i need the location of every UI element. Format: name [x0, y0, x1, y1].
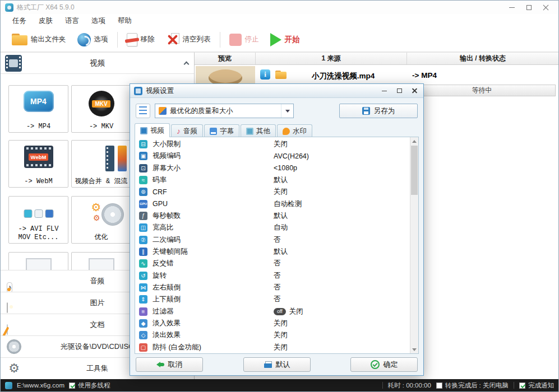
tab-video[interactable]: 视频 [135, 123, 170, 137]
setting-row-screen-size[interactable]: ⊡ 屏幕大小 <1080p [135, 162, 409, 174]
setting-row-fps[interactable]: ƒ 每秒帧数 默认 [135, 210, 409, 222]
conversion-status: 等待中 [408, 85, 556, 96]
setting-row-video-encode[interactable]: ▣ 视频编码 AVC(H264) [135, 150, 409, 162]
setting-row-fade-out[interactable]: ◇ 淡出效果 关闭 [135, 329, 409, 341]
menu-item-4[interactable]: 帮助 [112, 14, 138, 27]
setting-row-filter[interactable]: ≡ 过滤器 off关闭 [135, 306, 409, 318]
scroll-down-icon[interactable] [410, 346, 418, 353]
window-title: 格式工厂 X64 5.9.0 [17, 3, 75, 12]
stabilize-icon: ▢ [139, 343, 147, 352]
setting-row-rotate[interactable]: ↺ 旋转 否 [135, 270, 409, 282]
default-button[interactable]: 默认 [243, 357, 311, 372]
setting-row-size-limit[interactable]: ⊟ 大小限制 关闭 [135, 138, 409, 150]
dialog-titlebar[interactable]: 视频设置 [130, 84, 423, 98]
statusbar-right: 耗时 : 00:00:00 转换完成后 : 关闭电脑 完成通知 [382, 381, 554, 390]
profile-value: 最优化的质量和大小 [170, 106, 233, 116]
format-card-optimize[interactable]: ⚙⚙ 优化 [71, 196, 131, 244]
shutdown-checkbox[interactable] [436, 382, 442, 389]
column-header-output[interactable]: 输出 / 转换状态 [407, 53, 558, 64]
column-header-source[interactable]: 1 来源 [256, 53, 407, 64]
dialog-video-icon [134, 87, 142, 95]
options-button[interactable]: 选项 [72, 31, 114, 49]
dialog-minimize-button[interactable] [379, 86, 389, 95]
output-format: -> MP4 [412, 71, 437, 80]
elapsed-time: 耗时 : 00:00:00 [388, 381, 431, 390]
titlebar[interactable]: 格式工厂 X64 5.9.0 [1, 1, 558, 14]
clear-list-button[interactable]: 清空列表 [160, 31, 216, 49]
tab-subtitle[interactable]: 字幕 [204, 124, 239, 137]
setting-row-keyframe-interval[interactable]: ∥ 关键帧间隔 默认 [135, 246, 409, 258]
notify-checkbox[interactable] [519, 382, 525, 389]
mkv-badge: MKV [92, 100, 110, 108]
clear-list-label: 清空列表 [183, 35, 211, 44]
format-card-merge[interactable]: 视频合并 & 混流 [71, 140, 131, 188]
file-table-header: 预览 1 来源 输出 / 转换状态 [195, 52, 558, 65]
info-icon[interactable] [260, 69, 270, 80]
scroll-up-icon[interactable] [410, 137, 418, 145]
toolbar: 输出文件夹 选项 移除 清空列表 停止 开始 [1, 27, 558, 52]
setting-row-flip-vertical[interactable]: ⇕ 上下颠倒 否 [135, 293, 409, 305]
maximize-button[interactable] [520, 2, 537, 13]
setting-row-flip-horizontal[interactable]: ⋈ 左右颠倒 否 [135, 282, 409, 293]
format-card-webm[interactable]: WebM -> WebM [8, 140, 68, 188]
format-card-mp4[interactable]: MP4 -> MP4 [8, 85, 68, 133]
format-card-avi-flv-mov[interactable]: -> AVI FLV MOV Etc... [8, 196, 68, 244]
menu-item-3[interactable]: 选项 [85, 14, 112, 27]
scrollbar-thumb[interactable] [411, 146, 418, 195]
start-button[interactable]: 开始 [265, 31, 306, 49]
audio-tab-icon [177, 128, 181, 135]
tab-label: 水印 [293, 127, 307, 136]
quality-profile-select[interactable]: 最优化的质量和大小 [155, 104, 294, 118]
column-header-preview[interactable]: 预览 [195, 53, 256, 64]
profile-icon [136, 104, 150, 118]
two-pass-icon: ② [139, 236, 147, 244]
multithread-checkbox[interactable] [69, 382, 75, 389]
mp4-icon: MP4 [24, 91, 54, 112]
ok-label: 确定 [384, 360, 398, 370]
minimize-button[interactable] [503, 2, 520, 13]
menubar: 任务皮肤语言选项帮助 [1, 14, 558, 27]
open-folder-icon[interactable] [275, 71, 287, 79]
menu-item-2[interactable]: 语言 [59, 14, 85, 27]
remove-button[interactable]: 移除 [121, 31, 160, 49]
tab-watermark[interactable]: 水印 [277, 124, 312, 137]
video-tab-icon [140, 127, 147, 134]
filter-icon: ≡ [139, 307, 147, 316]
cancel-button[interactable]: 取消 [136, 357, 203, 372]
setting-row-deinterlace[interactable]: ∿ 反交错 否 [135, 258, 409, 269]
tab-other[interactable]: 其他 [241, 124, 276, 137]
tab-audio[interactable]: 音频 [171, 124, 203, 137]
format-label: 优化 [73, 234, 129, 241]
setting-row-gpu[interactable]: GPU GPU 自动检测 [135, 198, 409, 210]
multithread-option[interactable]: 使用多线程 [69, 381, 110, 390]
menu-item-1[interactable]: 皮肤 [33, 14, 59, 27]
setting-row-fade-in[interactable]: ◆ 淡入效果 关闭 [135, 318, 409, 329]
setting-value: 默认 [274, 211, 288, 221]
save-as-button[interactable]: 另存为 [339, 104, 418, 118]
setting-label: 左右颠倒 [153, 283, 274, 292]
format-card-mkv[interactable]: MKV -> MKV [71, 85, 131, 133]
setting-row-bitrate[interactable]: ≈ 码率 默认 [135, 174, 409, 186]
scrollbar[interactable] [410, 137, 418, 353]
video-panel-header[interactable]: 视频 [1, 53, 194, 74]
filter-toggle[interactable]: off [274, 308, 286, 315]
dialog-close-button[interactable] [409, 86, 419, 95]
setting-row-crf[interactable]: ⊛ CRF 关闭 [135, 186, 409, 198]
close-button[interactable] [537, 2, 554, 13]
options-swirl-icon [77, 33, 91, 46]
folder-icon [12, 34, 27, 45]
stop-button[interactable]: 停止 [224, 31, 265, 48]
menu-item-0[interactable]: 任务 [6, 14, 33, 27]
output-folder-button[interactable]: 输出文件夹 [6, 31, 72, 48]
source-filename: 小刀洗澡视频.mp4 [293, 71, 394, 81]
setting-row-two-pass[interactable]: ② 二次编码 否 [135, 234, 409, 246]
notify-option[interactable]: 完成通知 [519, 381, 554, 390]
notify-label: 完成通知 [528, 381, 554, 390]
stop-label: 停止 [245, 35, 259, 44]
setting-row-aspect-ratio[interactable]: ◫ 宽高比 自动 [135, 222, 409, 234]
ok-button[interactable]: 确定 [350, 357, 418, 372]
start-label: 开始 [285, 35, 300, 45]
dialog-maximize-button[interactable] [394, 86, 404, 95]
after-conversion-option[interactable]: 转换完成后 : 关闭电脑 [436, 381, 509, 390]
setting-row-stabilize[interactable]: ▢ 防抖 (白金功能) 关闭 [135, 342, 409, 353]
